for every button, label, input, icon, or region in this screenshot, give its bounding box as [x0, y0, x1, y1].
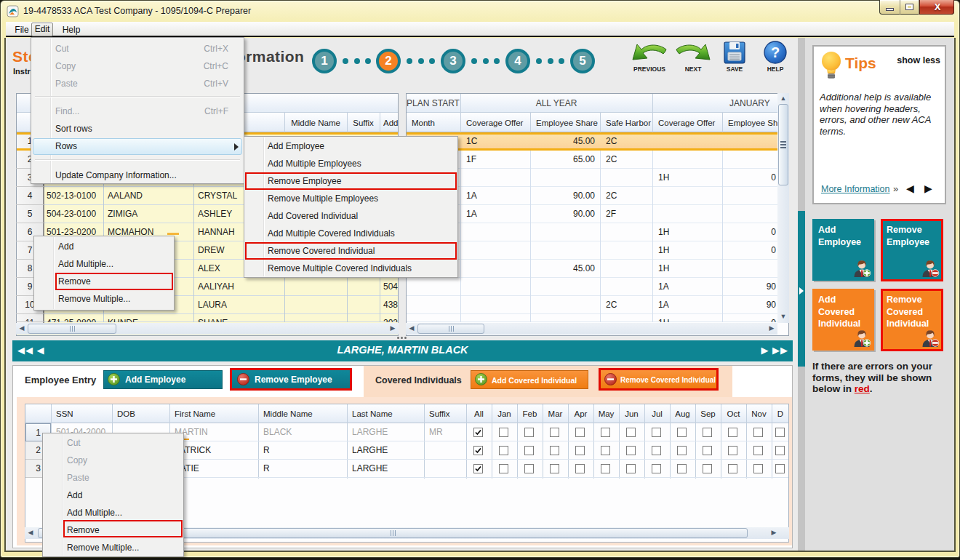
svg-text:?: ?	[771, 44, 780, 60]
